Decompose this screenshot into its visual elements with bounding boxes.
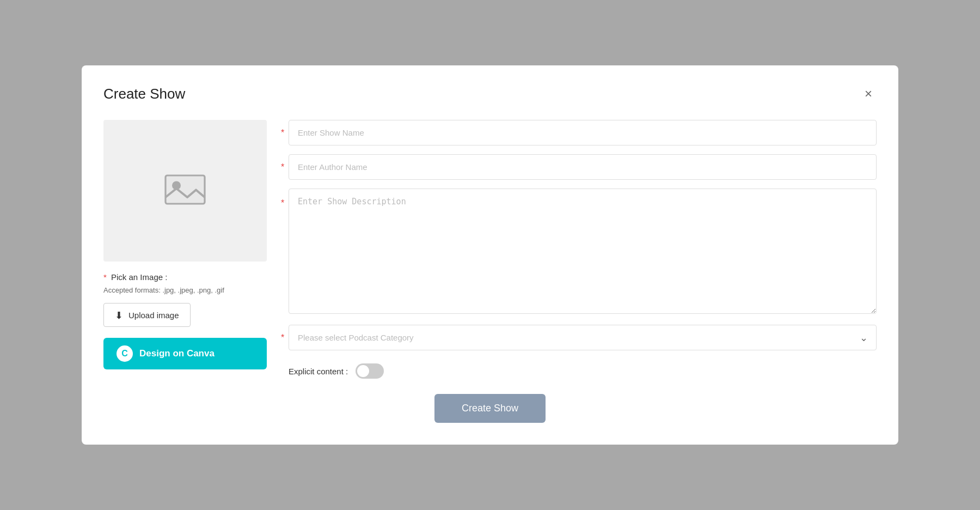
required-star: *	[103, 272, 107, 282]
modal-overlay: Create Show × * Pick an Ima	[0, 0, 980, 510]
category-group: * Please select Podcast Category ⌄	[289, 325, 877, 350]
canva-button[interactable]: C Design on Canva	[103, 338, 267, 369]
pick-image-label: * Pick an Image :	[103, 272, 267, 282]
upload-image-button[interactable]: ⬆ Upload image	[103, 303, 191, 327]
create-show-button[interactable]: Create Show	[434, 394, 546, 423]
left-panel: * Pick an Image : Accepted formats: .jpg…	[103, 120, 267, 383]
close-button[interactable]: ×	[860, 85, 877, 102]
required-indicator-author: *	[281, 162, 284, 172]
modal-header: Create Show ×	[103, 85, 877, 102]
image-preview	[103, 120, 267, 262]
show-name-input[interactable]	[289, 120, 877, 145]
modal-footer: Create Show	[103, 394, 877, 423]
required-indicator-category: *	[281, 333, 284, 343]
accepted-formats: Accepted formats: .jpg, .jpeg, .png, .gi…	[103, 286, 267, 294]
svg-rect-0	[166, 175, 205, 204]
description-group: *	[289, 189, 877, 316]
modal-title: Create Show	[103, 86, 185, 102]
author-name-input[interactable]	[289, 154, 877, 180]
required-indicator-name: *	[281, 128, 284, 138]
modal-body: * Pick an Image : Accepted formats: .jpg…	[103, 120, 877, 383]
canva-icon: C	[117, 345, 133, 362]
modal-container: Create Show × * Pick an Ima	[82, 65, 898, 445]
canva-button-label: Design on Canva	[139, 348, 215, 359]
author-name-group: *	[289, 154, 877, 180]
explicit-content-row: Explicit content :	[289, 359, 877, 383]
required-indicator-desc: *	[281, 198, 284, 208]
category-select[interactable]: Please select Podcast Category	[289, 325, 877, 350]
toggle-slider	[356, 363, 384, 379]
show-name-group: *	[289, 120, 877, 145]
right-panel: * * * * Please select Podcast Category	[289, 120, 877, 383]
explicit-content-toggle[interactable]	[356, 363, 384, 379]
description-textarea[interactable]	[289, 189, 877, 314]
upload-icon: ⬆	[115, 309, 123, 321]
upload-button-label: Upload image	[128, 311, 179, 320]
explicit-content-label: Explicit content :	[289, 367, 348, 376]
image-placeholder-icon	[163, 173, 207, 208]
